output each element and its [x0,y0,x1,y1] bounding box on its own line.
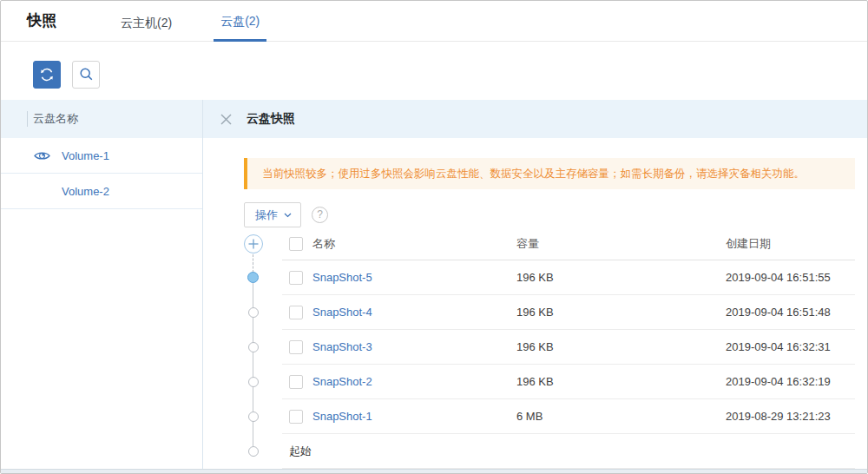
column-header-size: 容量 [516,236,726,252]
eye-icon [34,150,50,161]
timeline-node [248,342,259,352]
snapshot-name-link[interactable]: SnapShot-2 [312,375,516,388]
warning-banner: 当前快照较多；使用过多快照会影响云盘性能、数据安全以及主存储容量；如需长期备份，… [244,158,855,189]
table-row-origin: 起始 [282,434,855,469]
snapshot-name-link[interactable]: SnapShot-5 [312,271,516,284]
toolbar [1,42,867,100]
sidebar-item-label: Volume-2 [62,185,109,198]
timeline-node [248,377,259,387]
row-checkbox[interactable] [289,410,303,424]
actions-dropdown-button[interactable]: 操作 [244,202,301,227]
warning-text: 当前快照较多；使用过多快照会影响云盘性能、数据安全以及主存储容量；如需长期备份，… [262,167,805,181]
snapshot-size: 196 KB [516,375,726,388]
snapshot-date: 2019-09-04 16:32:31 [726,340,855,353]
column-header-date: 创建日期 [726,236,855,252]
row-checkbox[interactable] [289,375,303,389]
column-header-name: 名称 [312,236,516,252]
plus-icon [248,239,259,249]
table-row: SnapShot-3 196 KB 2019-09-04 16:32:31 [282,330,855,365]
snapshot-size: 196 KB [516,271,726,284]
panel-body: 当前快照较多；使用过多快照会影响云盘性能、数据安全以及主存储容量；如需长期备份，… [203,158,867,469]
snapshot-date: 2019-08-29 13:21:23 [726,410,855,423]
refresh-button[interactable] [33,61,61,89]
timeline-node [248,411,259,422]
add-snapshot-button[interactable] [244,234,263,253]
row-checkbox[interactable] [289,271,303,285]
table-row: SnapShot-4 196 KB 2019-09-04 16:51:48 [282,295,855,330]
timeline-dashed-link [253,254,253,273]
top-header: 快照 云主机(2) 云盘(2) [1,1,867,42]
volume-sidebar: 云盘名称 Volume-1 Volume-2 [1,100,203,469]
page-title: 快照 [27,1,56,41]
table-row: SnapShot-5 196 KB 2019-09-04 16:51:55 [282,260,855,295]
snapshot-name-link[interactable]: SnapShot-4 [312,306,516,319]
table-header-row: 名称 容量 创建日期 [282,227,855,260]
snapshot-window: 快照 云主机(2) 云盘(2) 云盘名称 [0,0,868,474]
actions-row: 操作 ? [244,202,855,227]
timeline-node [248,307,259,318]
select-all-checkbox[interactable] [289,237,303,251]
timeline-node-current [247,272,259,283]
snapshot-size: 196 KB [516,306,726,319]
actions-dropdown-label: 操作 [255,207,278,223]
refresh-icon [39,67,55,82]
timeline-node-origin [248,446,259,457]
table-row: SnapShot-1 6 MB 2019-08-29 13:21:23 [282,399,855,434]
close-icon[interactable] [219,112,233,126]
tab-vm-instances[interactable]: 云主机(2) [114,1,179,42]
row-checkbox[interactable] [289,340,303,354]
snapshot-date: 2019-09-04 16:51:55 [726,271,855,284]
snapshot-name-link[interactable]: SnapShot-3 [312,340,516,353]
tab-volumes[interactable]: 云盘(2) [214,1,266,42]
search-button[interactable] [72,61,100,89]
sidebar-item-volume-1[interactable]: Volume-1 [1,138,202,174]
sidebar-item-volume-2[interactable]: Volume-2 [1,174,202,209]
snapshot-size: 196 KB [516,340,726,353]
snapshot-table: 名称 容量 创建日期 SnapShot-5 196 KB 2019-09-04 … [244,227,855,469]
search-icon [79,67,94,82]
table-row: SnapShot-2 196 KB 2019-09-04 16:32:19 [282,365,855,399]
snapshot-date: 2019-09-04 16:32:19 [726,375,855,388]
help-icon[interactable]: ? [312,207,328,223]
chevron-down-icon [284,213,292,218]
panel-title: 云盘快照 [247,111,295,127]
footer-strip [1,469,867,473]
origin-label: 起始 [289,444,312,459]
content-area: 云盘名称 Volume-1 Volume-2 [1,100,867,469]
sidebar-header: 云盘名称 [1,100,202,138]
timeline-line [253,278,253,451]
panel-header: 云盘快照 [203,100,867,138]
snapshot-panel: 云盘快照 当前快照较多；使用过多快照会影响云盘性能、数据安全以及主存储容量；如需… [203,100,867,469]
snapshot-name-link[interactable]: SnapShot-1 [312,410,516,423]
snapshot-date: 2019-09-04 16:51:48 [726,306,855,319]
sidebar-item-label: Volume-1 [62,149,109,162]
sidebar-header-label: 云盘名称 [33,111,78,127]
row-checkbox[interactable] [289,306,303,319]
snapshot-size: 6 MB [516,410,726,423]
